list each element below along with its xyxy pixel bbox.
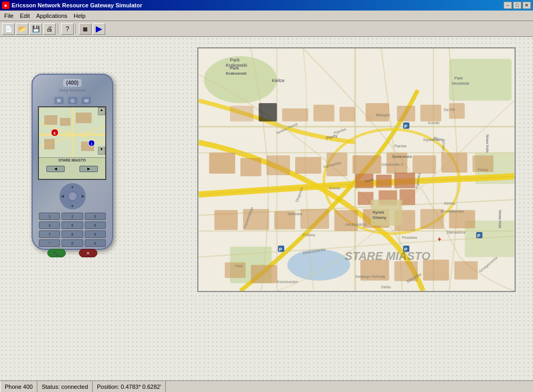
phone-screen: € i ▲ ▼ STARE MIASTO ◀ ▶	[38, 106, 106, 180]
svg-rect-45	[266, 155, 290, 175]
svg-text:Sienna: Sienna	[444, 202, 456, 205]
svg-rect-7	[76, 113, 92, 123]
close-button[interactable]: ✕	[522, 2, 531, 9]
svg-rect-50	[413, 155, 436, 174]
phone-center-btn[interactable]	[68, 192, 77, 201]
svg-text:P: P	[279, 247, 282, 252]
svg-text:Slawkowska: Slawkowska	[391, 155, 411, 158]
menu-applications[interactable]: Applications	[33, 12, 71, 20]
svg-text:€: €	[54, 131, 56, 136]
phone-scroll-down[interactable]: ▼	[98, 147, 105, 155]
phone-key-8[interactable]: 8	[62, 230, 83, 238]
phone-key-5[interactable]: 5	[62, 222, 83, 229]
phone-icon-menu[interactable]: ⊞	[54, 97, 64, 104]
save-button[interactable]: 💾	[29, 23, 42, 35]
svg-text:P: P	[477, 233, 480, 238]
open-button[interactable]: 📂	[16, 23, 28, 35]
phone-key-4[interactable]: 4	[39, 222, 60, 229]
phone-key-2[interactable]: 2	[62, 213, 83, 220]
run-button[interactable]: ▶	[93, 23, 105, 35]
window-title: Ericsson Network Resource Gateway Simula…	[12, 2, 504, 8]
toolbar: 📄 📂 💾 🖨 ? ◼ ▶	[0, 21, 533, 37]
print-button[interactable]: 🖨	[43, 23, 56, 35]
status-connection: Status: connected	[37, 381, 93, 392]
svg-text:Starowislna: Starowislna	[447, 230, 466, 234]
menu-help[interactable]: Help	[71, 12, 89, 20]
phone-nav-right: ▶	[82, 194, 84, 198]
svg-text:Nowa Huta: Nowa Huta	[486, 135, 489, 153]
phone-key-1[interactable]: 1	[39, 213, 60, 220]
svg-text:Piarska: Piarska	[394, 144, 406, 148]
phone-icons-row: ⊞ ◎ ✉	[33, 97, 112, 104]
svg-text:Sekolska: Sekolska	[287, 212, 302, 216]
svg-text:Krakowski: Krakowski	[226, 71, 247, 76]
phone-device: (400) Sony Ericsson ⊞ ◎ ✉	[32, 74, 116, 253]
svg-rect-57	[334, 210, 358, 231]
phone-key-star[interactable]: *	[39, 239, 60, 247]
svg-text:Kielce: Kielce	[271, 78, 284, 83]
status-phone: Phone 400	[0, 381, 37, 392]
phone-number: (400)	[63, 79, 82, 87]
svg-text:Szpitalna: Szpitalna	[423, 138, 438, 142]
svg-rect-44	[240, 158, 262, 176]
menu-file[interactable]: File	[1, 12, 17, 20]
phone-screen-nav: ◀ ▶	[44, 165, 100, 173]
phone-key-hash[interactable]: #	[85, 239, 106, 247]
phone-nav-left: ◀	[61, 194, 64, 198]
help-button[interactable]: ?	[61, 23, 74, 35]
svg-text:Dietla: Dietla	[381, 285, 391, 289]
svg-rect-46	[295, 157, 321, 174]
phone-right-soft[interactable]: ▶	[79, 166, 98, 172]
svg-text:Strzelecki: Strzelecki	[451, 81, 469, 86]
svg-rect-69	[376, 175, 392, 188]
svg-text:Poselska: Poselska	[402, 236, 417, 239]
phone-call-btn[interactable]: 📞	[47, 249, 66, 257]
phone-icon-message[interactable]: ✉	[82, 97, 91, 104]
phone-body: (400) Sony Ericsson ⊞ ◎ ✉	[32, 74, 113, 250]
svg-text:Rynek: Rynek	[373, 210, 384, 215]
svg-rect-66	[423, 260, 449, 281]
app-icon: ■	[2, 2, 9, 9]
phone-key-7[interactable]: 7	[39, 230, 60, 238]
svg-rect-36	[282, 108, 308, 122]
phone-icon-call[interactable]: ◎	[68, 97, 77, 104]
svg-rect-35	[259, 103, 277, 122]
menu-bar: File Edit Applications Help	[0, 11, 533, 21]
phone-key-0[interactable]: 0	[62, 239, 83, 247]
phone-map-label: STARE MIASTO	[39, 157, 105, 163]
svg-rect-51	[441, 153, 468, 173]
svg-text:STARE MIASTO: STARE MIASTO	[345, 249, 430, 263]
svg-rect-70	[394, 173, 415, 188]
window-controls: − □ ✕	[504, 2, 531, 9]
svg-text:Kurniki: Kurniki	[428, 121, 440, 125]
svg-rect-52	[472, 155, 494, 172]
map-container[interactable]: Park Krakowski Park Strzelecki Planty Pa…	[197, 47, 516, 292]
svg-text:Biskupia: Biskupia	[376, 113, 390, 117]
phone-key-9[interactable]: 9	[85, 230, 106, 238]
svg-rect-34	[230, 106, 254, 122]
svg-rect-53	[214, 210, 238, 230]
stop-button[interactable]: ◼	[79, 23, 92, 35]
maximize-button[interactable]: □	[513, 2, 521, 9]
phone-end-btn[interactable]: ✕	[79, 249, 97, 257]
svg-rect-39	[366, 103, 389, 122]
svg-rect-38	[339, 107, 355, 122]
menu-edit[interactable]: Edit	[17, 12, 33, 20]
svg-rect-48	[353, 155, 381, 174]
svg-rect-43	[209, 153, 235, 174]
phone-key-3[interactable]: 3	[85, 213, 106, 220]
main-content-area: (400) Sony Ericsson ⊞ ◎ ✉	[0, 37, 533, 380]
phone-scroll-up[interactable]: ▲	[98, 107, 105, 115]
svg-text:Park: Park	[454, 76, 462, 81]
svg-text:Nowa Huta: Nowa Huta	[498, 210, 502, 228]
phone-left-soft[interactable]: ◀	[46, 166, 65, 172]
svg-text:Swiętego Gertrudy: Swiętego Gertrudy	[355, 275, 386, 279]
phone-call-buttons: 📞 ✕	[41, 249, 104, 257]
phone-nav-circle[interactable]: ▲ ▼ ◀ ▶	[59, 183, 86, 209]
svg-text:P: P	[404, 124, 407, 129]
phone-key-6[interactable]: 6	[85, 222, 106, 229]
new-button[interactable]: 📄	[2, 23, 15, 35]
svg-text:P: P	[404, 247, 407, 252]
svg-rect-37	[314, 105, 335, 122]
minimize-button[interactable]: −	[504, 2, 512, 9]
